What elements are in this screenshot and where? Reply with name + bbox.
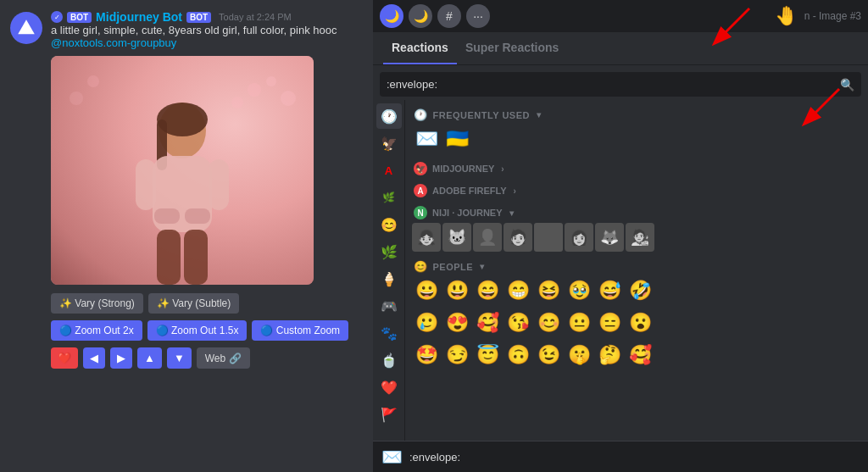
niji-emoji-6[interactable]: 👩 [565, 223, 593, 252]
people-label: PEOPLE [433, 262, 474, 272]
emoji-happy[interactable]: 😊 [534, 308, 563, 337]
niji-emoji-4[interactable]: 🧑 [504, 223, 532, 252]
emoji-exhale[interactable]: 😮 [626, 308, 654, 337]
zoom-out-15-button[interactable]: 🔵 Zoom Out 1.5x [147, 320, 248, 341]
top-bar: 🌙 🌙 # ··· 🤚 n - Image #3 [373, 0, 868, 32]
emoji-holding-back[interactable]: 🥹 [565, 276, 593, 305]
adobe-firefly-header[interactable]: A ADOBE FIREFLY › [412, 179, 861, 201]
sidebar-nature-icon[interactable]: 🐾 [376, 320, 402, 346]
emoji-grin[interactable]: 😃 [442, 276, 471, 305]
moon2-icon[interactable]: 🌙 [409, 4, 432, 28]
emoji-picker: Reactions Super Reactions 🔍 🕐 🦅 A [373, 32, 868, 472]
niji-emoji-5[interactable] [534, 223, 563, 252]
niji-emoji-3[interactable]: 👤 [473, 223, 502, 252]
niji-arrow-icon: ▾ [509, 208, 514, 218]
emoji-smiling-hearts[interactable]: 🥰 [473, 308, 502, 337]
emoji-neutral[interactable]: 😐 [565, 308, 593, 337]
emoji-footer: ✉️ :envelope: [373, 441, 868, 472]
emoji-upside-down[interactable]: 🙃 [504, 341, 532, 369]
people-emoji-grid-1: 😀 😃 😄 😁 😆 🥹 😅 🤣 [412, 276, 861, 305]
tab-super-reactions[interactable]: Super Reactions [457, 32, 567, 64]
sidebar-adobe-icon[interactable]: A [376, 158, 402, 183]
arrow-right-button[interactable]: ▶ [110, 347, 132, 369]
generated-image [51, 56, 314, 285]
message-preview: a little girl, simple, cute, 8years old … [51, 24, 363, 36]
niji-journey-header[interactable]: N NIJI · JOURNEY ▾ [412, 201, 861, 223]
svg-point-14 [281, 91, 296, 106]
right-panel: 🌙 🌙 # ··· 🤚 n - Image #3 Reactions S [373, 0, 868, 472]
emoji-grinning[interactable]: 😀 [412, 276, 441, 305]
emoji-layout: 🕐 🦅 A 🌿 😊 🌿 🍦 🎮 🐾 🍵 ❤️ 🚩 🕐 FREQUENTLY US [373, 100, 868, 441]
action-buttons-row1: ✨ Vary (Strong) ✨ Vary (Subtle) [0, 290, 373, 317]
niji-server-icon: N [414, 206, 427, 219]
emoji-rofl[interactable]: 🤣 [626, 276, 654, 305]
emoji-big-smile[interactable]: 😄 [473, 276, 502, 305]
emoji-sidebar: 🕐 🦅 A 🌿 😊 🌿 🍦 🎮 🐾 🍵 ❤️ 🚩 [373, 100, 405, 441]
sidebar-niji-icon[interactable]: 🌿 [376, 185, 402, 210]
custom-zoom-button[interactable]: 🔵 Custom Zoom [252, 320, 348, 341]
emoji-heart-face[interactable]: 🥰 [626, 341, 654, 369]
frequently-used-header[interactable]: 🕐 FREQUENTLY USED ▾ [412, 103, 861, 125]
more-icon[interactable]: ··· [466, 4, 490, 28]
search-bar: 🔍 [380, 72, 861, 97]
message-link[interactable]: @noxtools.com-groupbuy [51, 36, 363, 49]
vary-subtle-button[interactable]: ✨ Vary (Subtle) [148, 293, 239, 314]
people-icon: 😊 [414, 260, 428, 273]
arrow-left-button[interactable]: ◀ [83, 347, 105, 369]
people-arrow-icon: ▾ [480, 262, 485, 271]
niji-emoji-1[interactable]: 👧 [412, 223, 441, 252]
sidebar-smiley-icon[interactable]: 😊 [376, 212, 402, 237]
bot-badge-inline: BOT [186, 12, 211, 23]
sidebar-controller-icon[interactable]: 🎮 [376, 293, 402, 319]
emoji-wink[interactable]: 😉 [534, 341, 563, 369]
bottom-actions: ❤️ ◀ ▶ ▲ ▼ Web 🔗 [0, 344, 373, 372]
emoji-halo[interactable]: 😇 [473, 341, 502, 369]
svg-marker-0 [18, 19, 35, 34]
people-emoji-grid-3: 🤩 😏 😇 🙃 😉 🤫 🤔 🥰 [412, 341, 861, 369]
waving-hand-icon: 🤚 [775, 5, 798, 27]
search-input[interactable] [387, 72, 835, 97]
action-buttons-row2: 🔵 Zoom Out 2x 🔵 Zoom Out 1.5x 🔵 Custom Z… [0, 317, 373, 344]
sidebar-leaf-icon[interactable]: 🌿 [376, 239, 402, 264]
emoji-ukraine-flag[interactable]: 🇺🇦 [442, 125, 471, 153]
vary-strong-button[interactable]: ✨ Vary (Strong) [51, 293, 143, 314]
niji-emoji-8[interactable]: 🧑‍🎨 [626, 223, 654, 252]
people-emoji-grid-2: 🥲 😍 🥰 😘 😊 😐 😑 😮 [412, 308, 861, 337]
people-header[interactable]: 😊 PEOPLE ▾ [412, 255, 861, 276]
web-button[interactable]: Web 🔗 [197, 347, 250, 369]
zoom-out-2x-button[interactable]: 🔵 Zoom Out 2x [51, 320, 142, 341]
search-icon: 🔍 [840, 78, 854, 92]
emoji-shushing[interactable]: 🤫 [565, 341, 593, 369]
emoji-kiss[interactable]: 😘 [504, 308, 532, 337]
emoji-beaming[interactable]: 😁 [504, 276, 532, 305]
channel-name: n - Image #3 [804, 10, 861, 22]
emoji-relieved[interactable]: 🥲 [412, 308, 441, 337]
niji-emoji-2[interactable]: 🐱 [442, 223, 471, 252]
emoji-star-struck[interactable]: 🤩 [412, 341, 441, 369]
moon-icon[interactable]: 🌙 [380, 4, 403, 28]
sidebar-icecream-icon[interactable]: 🍦 [376, 266, 402, 292]
tab-reactions[interactable]: Reactions [383, 32, 457, 64]
emoji-laughing[interactable]: 😆 [534, 276, 563, 305]
arrow-down-button[interactable]: ▼ [167, 347, 192, 369]
hash-icon[interactable]: # [437, 4, 461, 28]
emoji-expressionless[interactable]: 😑 [595, 308, 624, 337]
arrow-up-button[interactable]: ▲ [137, 347, 162, 369]
emoji-envelope[interactable]: ✉️ [412, 125, 441, 153]
sidebar-midjourney-icon[interactable]: 🦅 [376, 130, 402, 156]
svg-point-13 [231, 97, 243, 108]
message-header: ✓ BOT Midjourney Bot BOT Today at 2:24 P… [0, 7, 373, 51]
emoji-sweat-smile[interactable]: 😅 [595, 276, 624, 305]
emoji-thinking[interactable]: 🤔 [595, 341, 624, 369]
midjourney-header[interactable]: 🦅 MIDJOURNEY › [412, 157, 861, 179]
sidebar-heart-icon[interactable]: ❤️ [376, 375, 402, 400]
emoji-smirk[interactable]: 😏 [442, 341, 471, 369]
emoji-content: 🕐 FREQUENTLY USED ▾ ✉️ 🇺🇦 🦅 MIDJOURNEY ›… [405, 100, 868, 441]
sidebar-recent-icon[interactable]: 🕐 [376, 103, 402, 129]
sidebar-flag-icon[interactable]: 🚩 [376, 402, 402, 427]
niji-journey-label: NIJI · JOURNEY [432, 208, 503, 218]
sidebar-food-icon[interactable]: 🍵 [376, 347, 402, 373]
niji-emoji-7[interactable]: 🦊 [595, 223, 624, 252]
heart-button[interactable]: ❤️ [51, 347, 78, 369]
emoji-heart-eyes[interactable]: 😍 [442, 308, 471, 337]
